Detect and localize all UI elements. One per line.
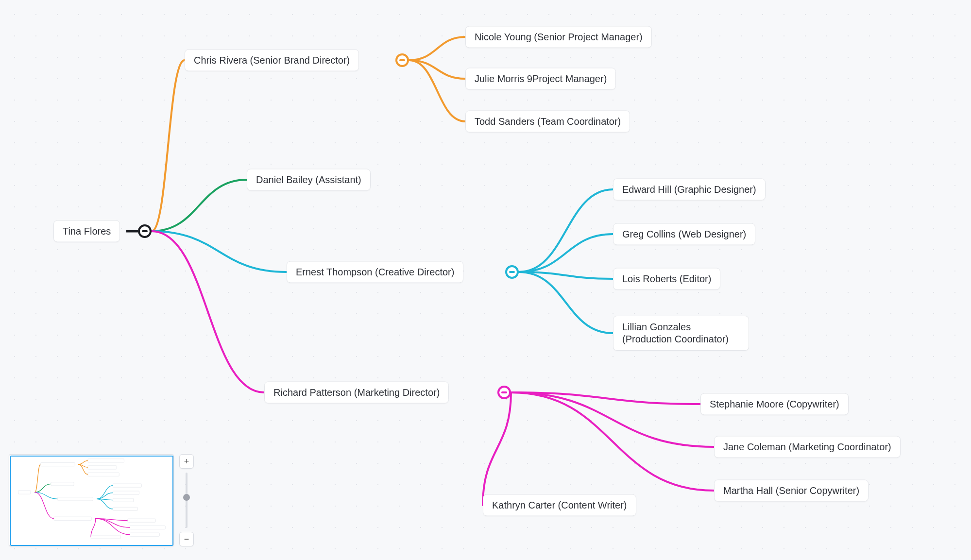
svg-rect-5	[88, 459, 124, 462]
svg-rect-11	[113, 507, 137, 510]
svg-rect-4	[54, 517, 92, 520]
node-stephanie[interactable]: Stephanie Moore (Copywriter)	[700, 393, 849, 415]
node-edward[interactable]: Edward Hill (Graphic Designer)	[613, 179, 766, 201]
minimap-svg	[9, 455, 173, 546]
node-jane[interactable]: Jane Coleman (Marketing Coordinator)	[714, 436, 901, 458]
node-root[interactable]: Tina Flores	[53, 221, 120, 242]
minus-icon	[501, 391, 507, 393]
mindmap-canvas[interactable]: + − Tina FloresChris Rivera (Senior Bran…	[0, 0, 971, 560]
svg-rect-15	[91, 535, 120, 539]
collapse-toggle-root[interactable]	[138, 224, 152, 238]
node-daniel[interactable]: Daniel Bailey (Assistant)	[247, 169, 371, 191]
minus-icon	[142, 230, 148, 232]
node-ernest[interactable]: Ernest Thompson (Creative Director)	[287, 261, 463, 283]
node-kathryn[interactable]: Kathryn Carter (Content Writer)	[483, 494, 636, 516]
node-lillian[interactable]: Lillian Gonzales (Production Coordinator…	[613, 316, 749, 351]
zoom-controls: + −	[179, 454, 194, 546]
minimap-panel: + −	[9, 454, 194, 546]
svg-rect-6	[88, 466, 117, 469]
plus-icon: +	[184, 457, 189, 467]
node-greg[interactable]: Greg Collins (Web Designer)	[613, 223, 755, 245]
collapse-toggle-richard[interactable]	[497, 386, 511, 399]
svg-rect-10	[113, 498, 133, 502]
minus-icon: −	[184, 534, 189, 544]
svg-rect-13	[130, 526, 166, 529]
svg-rect-2	[51, 482, 74, 486]
svg-rect-8	[113, 484, 141, 487]
collapse-toggle-ernest[interactable]	[505, 265, 519, 279]
node-richard[interactable]: Richard Patterson (Marketing Director)	[264, 382, 449, 404]
svg-rect-3	[58, 497, 93, 501]
zoom-handle[interactable]	[183, 494, 190, 501]
node-nicole[interactable]: Nicole Young (Senior Project Manager)	[465, 26, 652, 48]
minimap[interactable]	[9, 454, 174, 546]
zoom-slider[interactable]	[186, 473, 187, 528]
minus-icon	[399, 59, 405, 61]
zoom-out-button[interactable]: −	[179, 532, 194, 546]
node-lois[interactable]: Lois Roberts (Editor)	[613, 268, 720, 290]
svg-rect-12	[128, 519, 155, 522]
svg-rect-14	[130, 533, 160, 536]
zoom-in-button[interactable]: +	[179, 454, 194, 469]
svg-rect-0	[18, 491, 31, 494]
node-chris[interactable]: Chris Rivera (Senior Brand Director)	[185, 50, 359, 71]
collapse-toggle-chris[interactable]	[395, 53, 409, 67]
svg-rect-9	[113, 491, 139, 494]
minus-icon	[509, 271, 515, 273]
node-julie[interactable]: Julie Morris 9Project Manager)	[465, 68, 616, 90]
node-todd[interactable]: Todd Sanders (Team Coordinator)	[465, 111, 630, 133]
svg-rect-1	[40, 463, 75, 466]
node-martha[interactable]: Martha Hall (Senior Copywriter)	[714, 480, 869, 502]
svg-rect-7	[88, 473, 119, 476]
